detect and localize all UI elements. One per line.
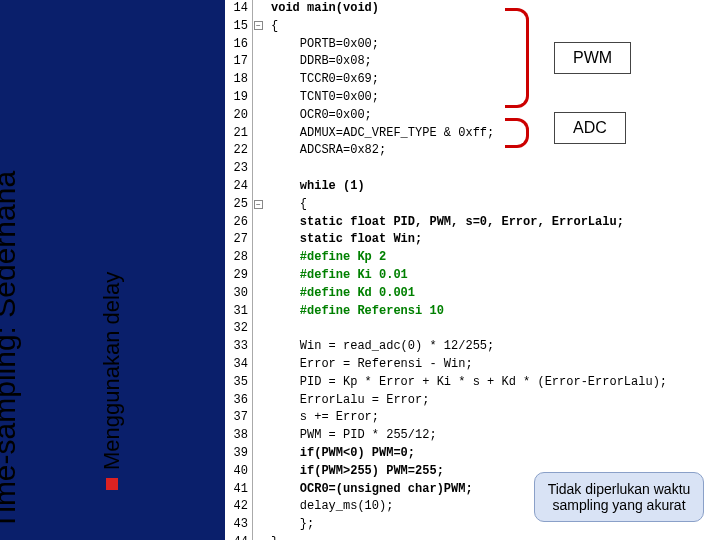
line-number: 26: [225, 214, 248, 232]
fold-icon[interactable]: −: [254, 200, 263, 209]
line-number: 23: [225, 160, 248, 178]
line-number: 18: [225, 71, 248, 89]
code-line: }: [271, 534, 720, 540]
line-number: 28: [225, 249, 248, 267]
line-number: 25: [225, 196, 248, 214]
code-line: static float Win;: [271, 231, 720, 249]
code-line: if(PWM<0) PWM=0;: [271, 445, 720, 463]
line-number: 39: [225, 445, 248, 463]
line-number: 34: [225, 356, 248, 374]
code-line: PWM = PID * 255/12;: [271, 427, 720, 445]
code-line: ErrorLalu = Error;: [271, 392, 720, 410]
annotation-adc: ADC: [554, 112, 626, 144]
code-line: OCR0=0x00;: [271, 107, 720, 125]
slide-subtitle: Menggunakan delay: [99, 272, 125, 490]
line-number: 21: [225, 125, 248, 143]
line-number: 20: [225, 107, 248, 125]
code-editor: 1415161718192021222324252627282930313233…: [225, 0, 720, 540]
code-line: while (1): [271, 178, 720, 196]
code-line: s += Error;: [271, 409, 720, 427]
fold-column: − −: [253, 0, 265, 540]
code-line: TCCR0=0x69;: [271, 71, 720, 89]
line-number: 31: [225, 303, 248, 321]
code-line: {: [271, 18, 720, 36]
code-line: Win = read_adc(0) * 12/255;: [271, 338, 720, 356]
code-line: #define Kd 0.001: [271, 285, 720, 303]
line-number: 22: [225, 142, 248, 160]
annotation-pwm: PWM: [554, 42, 631, 74]
line-number: 17: [225, 53, 248, 71]
code-line: DDRB=0x08;: [271, 53, 720, 71]
line-number: 27: [225, 231, 248, 249]
code-line: void main(void): [271, 0, 720, 18]
line-number: 44: [225, 534, 248, 540]
callout-note: Tidak diperlukan waktu sampling yang aku…: [534, 472, 704, 522]
code-line: [271, 320, 720, 338]
line-number: 36: [225, 392, 248, 410]
code-line: ADMUX=ADC_VREF_TYPE & 0xff;: [271, 125, 720, 143]
line-number: 38: [225, 427, 248, 445]
code-line: {: [271, 196, 720, 214]
subtitle-text: Menggunakan delay: [99, 272, 125, 470]
code-line: #define Referensi 10: [271, 303, 720, 321]
line-number-gutter: 1415161718192021222324252627282930313233…: [225, 0, 253, 540]
line-number: 15: [225, 18, 248, 36]
code-line: #define Ki 0.01: [271, 267, 720, 285]
line-number: 41: [225, 481, 248, 499]
brace-icon: [505, 8, 529, 108]
line-number: 19: [225, 89, 248, 107]
slide-title: Time-sampling: Sederhana: [0, 171, 22, 530]
line-number: 37: [225, 409, 248, 427]
line-number: 42: [225, 498, 248, 516]
code-line: #define Kp 2: [271, 249, 720, 267]
line-number: 30: [225, 285, 248, 303]
code-line: static float PID, PWM, s=0, Error, Error…: [271, 214, 720, 232]
line-number: 14: [225, 0, 248, 18]
line-number: 40: [225, 463, 248, 481]
code-line: PORTB=0x00;: [271, 36, 720, 54]
line-number: 43: [225, 516, 248, 534]
code-line: PID = Kp * Error + Ki * s + Kd * (Error-…: [271, 374, 720, 392]
line-number: 29: [225, 267, 248, 285]
code-line: ADCSRA=0x82;: [271, 142, 720, 160]
code-line: [271, 160, 720, 178]
brace-icon: [505, 118, 529, 148]
line-number: 24: [225, 178, 248, 196]
line-number: 32: [225, 320, 248, 338]
code-content: void main(void){ PORTB=0x00; DDRB=0x08; …: [265, 0, 720, 540]
line-number: 33: [225, 338, 248, 356]
bullet-icon: [106, 478, 118, 490]
code-line: Error = Referensi - Win;: [271, 356, 720, 374]
line-number: 16: [225, 36, 248, 54]
fold-icon[interactable]: −: [254, 21, 263, 30]
code-line: TCNT0=0x00;: [271, 89, 720, 107]
line-number: 35: [225, 374, 248, 392]
